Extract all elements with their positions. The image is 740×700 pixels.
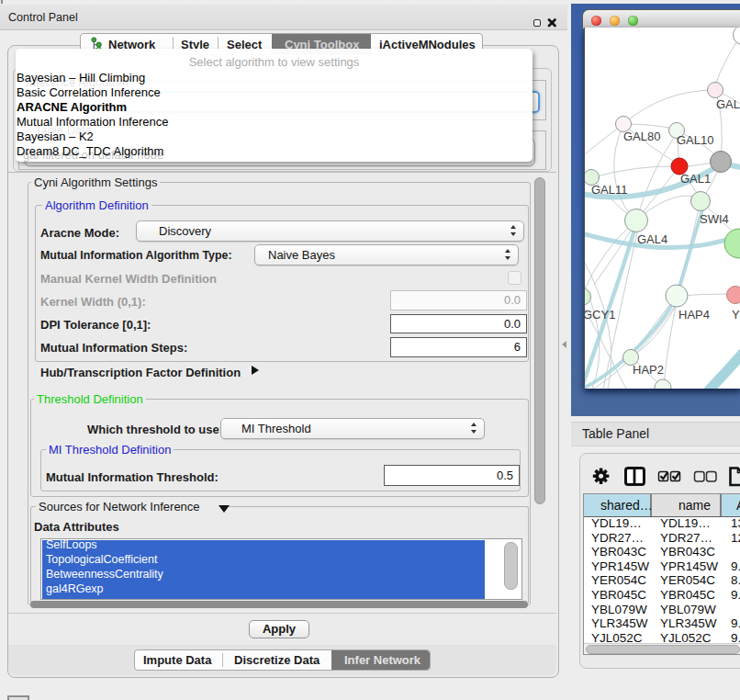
- svg-text:HAP2: HAP2: [633, 363, 664, 377]
- svg-text:Y: Y: [732, 308, 740, 322]
- svg-text:GAL: GAL: [716, 97, 740, 111]
- svg-text:GAL80: GAL80: [623, 130, 660, 143]
- svg-text:GAL1: GAL1: [680, 172, 711, 186]
- svg-text:GAL10: GAL10: [677, 133, 713, 147]
- svg-text:HAP4: HAP4: [678, 308, 710, 322]
- svg-text:SWI4: SWI4: [700, 212, 729, 226]
- svg-text:GAL11: GAL11: [591, 183, 628, 197]
- svg-text:GAL4: GAL4: [637, 232, 667, 246]
- svg-text:GCY1: GCY1: [585, 308, 615, 322]
